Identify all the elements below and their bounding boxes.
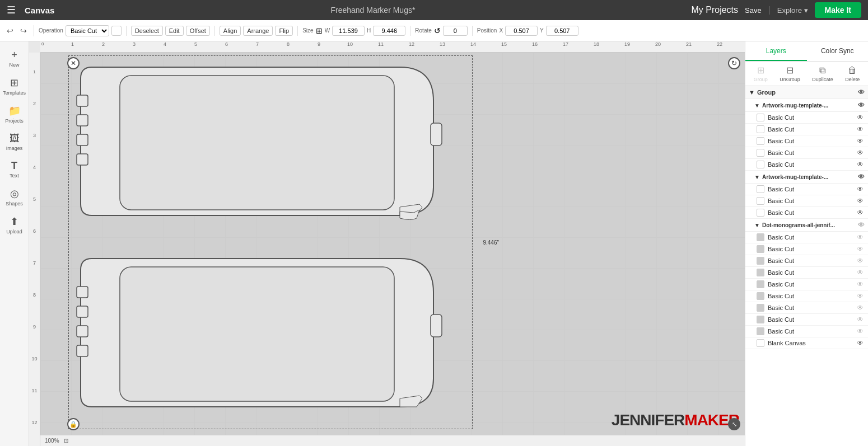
layer-item-bc17[interactable]: Basic Cut 👁 [745,326,868,337]
sidebar-item-images[interactable]: 🖼 Images [2,129,27,154]
hamburger-icon[interactable]: ☰ [7,4,16,16]
layer-item-bc4[interactable]: Basic Cut 👁 [745,147,868,159]
sidebar-item-projects[interactable]: 📁 Projects [2,101,27,127]
layer-item-bc14[interactable]: Basic Cut 👁 [745,290,868,302]
blank-canvas-visibility-icon[interactable]: 👁 [857,339,864,347]
rotate-handle[interactable]: ↻ [728,57,740,69]
align-button[interactable]: Align [220,26,241,36]
deselect-button[interactable]: Deselect [131,26,163,36]
bc16-visibility-icon[interactable]: 👁 [857,316,864,323]
artwork-subgroup-1-header[interactable]: ▼ Artwork-mug-template-... 👁 [745,99,868,112]
x-input[interactable] [505,26,538,36]
bc15-visibility-icon[interactable]: 👁 [857,304,864,312]
layer-item-bc9[interactable]: Basic Cut 👁 [745,232,868,243]
tab-layers[interactable]: Layers [745,41,807,61]
bc1-visibility-icon[interactable]: 👁 [857,114,864,121]
height-label: H [367,27,371,34]
duplicate-action[interactable]: ⧉ Duplicate [812,65,833,82]
layer-group-header[interactable]: ▼ Group 👁 [745,86,868,99]
height-input[interactable] [373,26,405,36]
bc2-visibility-icon[interactable]: 👁 [857,125,864,133]
sidebar-item-shapes[interactable]: ◎ Shapes [2,184,27,210]
bc12-swatch [757,269,764,276]
layer-item-bc13[interactable]: Basic Cut 👁 [745,279,868,290]
layer-item-bc2[interactable]: Basic Cut 👁 [745,124,868,135]
lock-handle[interactable]: 🔒 [67,418,80,430]
resize-handle[interactable]: ⤡ [728,418,740,430]
operation-select[interactable]: Basic Cut [66,25,109,36]
bc3-visibility-icon[interactable]: 👁 [857,137,864,145]
undo-button[interactable]: ↩ [4,25,16,36]
svg-rect-0 [120,76,394,210]
bc11-visibility-icon[interactable]: 👁 [857,257,864,265]
layer-item-blank-canvas[interactable]: Blank Canvas 👁 [745,337,868,349]
bc6-visibility-icon[interactable]: 👁 [857,185,864,193]
size-group: Size ⊞ W H [297,26,405,36]
rotate-input[interactable] [443,26,468,36]
bc4-visibility-icon[interactable]: 👁 [857,149,864,157]
layer-item-bc7[interactable]: Basic Cut 👁 [745,195,868,207]
bc8-visibility-icon[interactable]: 👁 [857,209,864,217]
make-it-button[interactable]: Make It [815,2,861,18]
arrange-button[interactable]: Arrange [243,26,273,36]
artwork-subgroup-2-header[interactable]: ▼ Artwork-mug-template-... 👁 [745,171,868,184]
canvas-content[interactable]: 11.539" 9.446" ✕ 🔒 ↻ ⤡ [40,53,745,435]
ruler-left: 1 2 3 4 5 6 7 8 9 10 11 12 [29,53,40,446]
edit-button[interactable]: Edit [165,26,184,36]
dot-monograms-header[interactable]: ▼ Dot-monograms-all-jennif... 👁 [745,219,868,232]
group-action[interactable]: ⊞ Group [754,65,768,82]
delete-action[interactable]: 🗑 Delete [845,65,860,82]
operation-label: Operation [39,27,63,34]
width-input[interactable] [332,26,365,36]
layer-item-bc5[interactable]: Basic Cut 👁 [745,159,868,171]
layer-item-bc1[interactable]: Basic Cut 👁 [745,112,868,124]
layer-item-bc15[interactable]: Basic Cut 👁 [745,302,868,314]
bc17-visibility-icon[interactable]: 👁 [857,327,864,335]
operation-swatch[interactable] [111,26,122,36]
save-button[interactable]: Save [745,6,762,15]
y-input[interactable] [546,26,578,36]
tab-color-sync[interactable]: Color Sync [807,41,869,61]
bc9-visibility-icon[interactable]: 👁 [857,233,864,241]
explore-button[interactable]: Explore ▾ [777,6,808,15]
blank-canvas-swatch [757,339,764,347]
group-visibility-icon[interactable]: 👁 [858,88,865,96]
bc9-swatch [757,233,764,241]
bc12-visibility-icon[interactable]: 👁 [857,269,864,276]
offset-button[interactable]: Offset [186,26,210,36]
subgroup2-visibility-icon[interactable]: 👁 [858,173,865,181]
bc7-visibility-icon[interactable]: 👁 [857,197,864,205]
layer-item-bc10[interactable]: Basic Cut 👁 [745,243,868,255]
layer-item-bc6[interactable]: Basic Cut 👁 [745,184,868,195]
top-bar: ☰ Canvas Freehand Marker Mugs* My Projec… [0,0,868,20]
panel-actions: ⊞ Group ⊟ UnGroup ⧉ Duplicate 🗑 Delete [745,62,868,86]
bc13-visibility-icon[interactable]: 👁 [857,280,864,288]
bc14-visibility-icon[interactable]: 👁 [857,292,864,300]
bc10-visibility-icon[interactable]: 👁 [857,245,864,253]
bc3-swatch [757,137,764,145]
layer-item-bc12[interactable]: Basic Cut 👁 [745,267,868,279]
sidebar-item-images-label: Images [6,145,23,151]
sidebar-item-upload[interactable]: ⬆ Upload [2,212,27,238]
layer-item-bc8[interactable]: Basic Cut 👁 [745,207,868,219]
dot-monograms-visibility-icon[interactable]: 👁 [858,221,865,229]
layer-item-bc11[interactable]: Basic Cut 👁 [745,255,868,267]
ruler-mark-9: 9 [318,41,320,47]
layer-item-bc16[interactable]: Basic Cut 👁 [745,314,868,326]
close-handle[interactable]: ✕ [67,57,80,69]
redo-button[interactable]: ↪ [18,25,29,36]
sidebar-item-new[interactable]: + New [2,46,27,71]
bc5-visibility-icon[interactable]: 👁 [857,161,864,168]
subgroup1-visibility-icon[interactable]: 👁 [858,101,865,109]
bc16-label: Basic Cut [768,316,853,323]
svg-rect-1 [77,95,88,106]
ruler-top-zero: 0 [41,41,44,46]
sidebar-item-text[interactable]: T Text [2,157,27,182]
my-projects-link[interactable]: My Projects [691,5,738,15]
flip-button[interactable]: Flip [275,26,293,36]
layer-item-bc3[interactable]: Basic Cut 👁 [745,135,868,147]
canvas-area[interactable]: 0 1 2 3 4 5 6 7 8 9 10 11 12 13 14 15 16… [29,41,745,446]
ungroup-action[interactable]: ⊟ UnGroup [780,65,800,82]
sidebar-item-templates[interactable]: ⊞ Templates [2,73,27,99]
zoom-fit-icon[interactable]: ⊡ [64,438,68,444]
